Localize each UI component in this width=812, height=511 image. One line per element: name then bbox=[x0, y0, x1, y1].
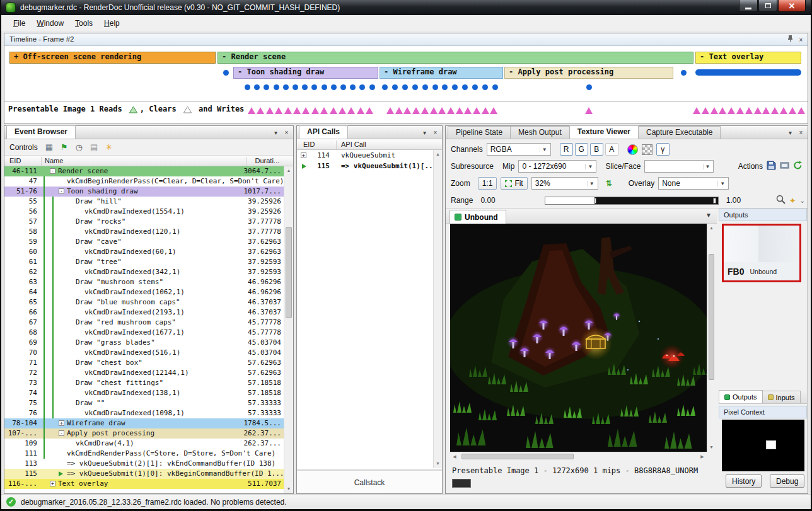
draw-call-dot[interactable] bbox=[412, 84, 418, 90]
write-marker[interactable] bbox=[693, 107, 700, 114]
channel-r-button[interactable]: R bbox=[560, 143, 573, 156]
api-calls-scrollbar[interactable]: ▲ ▼ bbox=[433, 150, 442, 468]
open-texture-list-icon[interactable] bbox=[780, 161, 789, 172]
write-marker[interactable] bbox=[347, 107, 355, 114]
slice-face-combo[interactable]: ▼ bbox=[644, 160, 714, 173]
draw-call-dot[interactable] bbox=[442, 84, 448, 90]
write-marker[interactable] bbox=[490, 107, 497, 114]
draw-call-dot[interactable] bbox=[283, 84, 289, 90]
draw-call-dot[interactable] bbox=[322, 84, 327, 90]
draw-call-dot[interactable] bbox=[482, 84, 488, 90]
draw-call-dot[interactable] bbox=[462, 84, 468, 90]
event-browser-scrollbar[interactable]: ▲ ▼ bbox=[284, 166, 293, 493]
range-handle-min[interactable] bbox=[594, 198, 596, 204]
draw-call-dot[interactable] bbox=[264, 84, 269, 90]
write-marker[interactable] bbox=[780, 107, 787, 114]
settings-icon[interactable]: ✳ bbox=[105, 142, 112, 152]
event-row[interactable]: 70vkCmdDrawIndexed(516,1)45.03704 bbox=[4, 348, 284, 358]
refresh-icon[interactable] bbox=[793, 161, 803, 172]
draw-call-dot[interactable] bbox=[432, 84, 438, 90]
pin-icon[interactable] bbox=[786, 35, 795, 45]
event-row[interactable]: 59Draw "cave"37.62963 bbox=[4, 237, 284, 247]
scrollbar-thumb[interactable] bbox=[461, 454, 574, 459]
draw-call-dot[interactable] bbox=[331, 84, 337, 90]
overlay-combo[interactable]: None ▼ bbox=[658, 177, 729, 190]
event-row[interactable]: 75Draw ""57.33333 bbox=[4, 398, 284, 408]
draw-call-dot[interactable] bbox=[681, 70, 687, 76]
scroll-up-icon[interactable]: ▲ bbox=[707, 224, 716, 233]
fb0-thumbnail[interactable]: FB0 Unbound bbox=[722, 224, 801, 282]
scroll-up-icon[interactable]: ▲ bbox=[434, 150, 442, 159]
timeline-block-wireframe[interactable]: - Wireframe draw bbox=[380, 67, 503, 79]
channel-a-button[interactable]: A bbox=[605, 143, 618, 156]
minimize-button[interactable] bbox=[739, 0, 758, 12]
texture-list-chevron-icon[interactable]: ▼ bbox=[705, 212, 712, 219]
channel-g-button[interactable]: G bbox=[575, 143, 588, 156]
timeline-block-post-processing[interactable]: - Apply post processing bbox=[504, 67, 673, 79]
draw-call-dot[interactable] bbox=[223, 70, 229, 76]
timeline-body[interactable]: + Off-screen scene rendering - Render sc… bbox=[4, 46, 808, 123]
event-row[interactable]: 76vkCmdDrawIndexed(1098,1)57.33333 bbox=[4, 408, 284, 418]
write-marker[interactable] bbox=[320, 107, 328, 114]
write-marker[interactable] bbox=[284, 107, 292, 114]
event-row[interactable]: 107-...-Apply post processing262.37... bbox=[4, 428, 284, 439]
close-button[interactable]: ✕ bbox=[778, 0, 806, 12]
write-marker[interactable] bbox=[745, 107, 753, 114]
event-row[interactable]: 63Draw "mushroom stems"46.96296 bbox=[4, 277, 284, 287]
draw-call-dot[interactable] bbox=[245, 84, 250, 90]
save-texture-icon[interactable] bbox=[767, 161, 776, 172]
draw-call-bar[interactable] bbox=[695, 69, 801, 76]
write-marker[interactable] bbox=[771, 107, 779, 114]
stats-icon[interactable]: ▤ bbox=[90, 142, 98, 152]
event-row[interactable]: 111vkCmdEndRenderPass(C=Store, D=Store, … bbox=[4, 449, 284, 459]
event-row[interactable]: 47vkCmdBeginRenderPass(C=Clear, D=Clear,… bbox=[4, 176, 284, 187]
jump-to-event-icon[interactable]: ⚑ bbox=[61, 142, 68, 152]
event-row[interactable]: 116-...+Text overlay511.7037 bbox=[4, 479, 284, 489]
panel-close-icon[interactable]: × bbox=[796, 35, 806, 45]
write-marker[interactable] bbox=[728, 107, 735, 114]
write-marker[interactable] bbox=[702, 107, 709, 114]
alpha-background-icon[interactable] bbox=[642, 144, 652, 155]
tab-mesh-output[interactable]: Mesh Output bbox=[510, 126, 570, 139]
event-row[interactable]: 51-76-Toon shading draw1017.7... bbox=[4, 187, 284, 197]
tab-texture-viewer[interactable]: Texture Viewer bbox=[569, 125, 639, 139]
autofit-wand-icon[interactable]: ✦ bbox=[789, 196, 796, 205]
write-marker[interactable] bbox=[403, 107, 411, 114]
write-marker[interactable] bbox=[421, 107, 429, 114]
draw-call-dot[interactable] bbox=[402, 84, 408, 90]
write-marker[interactable] bbox=[473, 107, 480, 114]
event-row[interactable]: 69Draw "grass blades"45.03704 bbox=[4, 338, 284, 348]
menu-help[interactable]: Help bbox=[98, 16, 125, 30]
event-row[interactable]: 74vkCmdDrawIndexed(138,1)57.18518 bbox=[4, 388, 284, 398]
texture-horizontal-scrollbar[interactable]: ◀ ▶ bbox=[450, 452, 707, 461]
write-marker[interactable] bbox=[357, 107, 364, 114]
scroll-down-icon[interactable]: ▼ bbox=[434, 459, 442, 468]
draw-call-dot[interactable] bbox=[382, 84, 388, 90]
menu-tools[interactable]: Tools bbox=[69, 16, 98, 30]
menu-window[interactable]: Window bbox=[31, 16, 69, 30]
api-call-row[interactable]: +114vkQueueSubmit bbox=[297, 150, 433, 161]
maximize-button[interactable] bbox=[758, 0, 777, 12]
write-marker[interactable] bbox=[754, 107, 762, 114]
timeline-block-render-scene[interactable]: - Render scene bbox=[218, 52, 693, 64]
scrollbar-thumb[interactable] bbox=[286, 227, 292, 318]
timeline-block-text-overlay[interactable]: - Text overlay bbox=[695, 52, 801, 64]
event-row[interactable]: 113=> vkQueueSubmit(2)[1]: vkEndCommandB… bbox=[4, 459, 284, 469]
draw-call-dot[interactable] bbox=[492, 84, 498, 90]
write-marker[interactable] bbox=[302, 107, 310, 114]
mip-combo[interactable]: 0 - 1272x690 ▼ bbox=[518, 160, 596, 173]
panel-menu-icon[interactable]: ▾ bbox=[271, 128, 281, 137]
draw-call-dot[interactable] bbox=[422, 84, 428, 90]
event-row[interactable]: 65Draw "blue mushroom caps"46.37037 bbox=[4, 297, 284, 307]
scroll-down-icon[interactable]: ▼ bbox=[284, 485, 293, 493]
tab-api-calls[interactable]: API Calls bbox=[299, 125, 348, 139]
panel-close-icon[interactable]: × bbox=[431, 128, 440, 137]
texture-viewport[interactable] bbox=[450, 224, 707, 452]
write-marker[interactable] bbox=[736, 107, 744, 114]
event-row[interactable]: 57Draw "rocks"37.77778 bbox=[4, 217, 284, 227]
write-marker[interactable] bbox=[330, 107, 337, 114]
time-events-icon[interactable]: ◷ bbox=[76, 142, 83, 152]
scroll-up-icon[interactable]: ▲ bbox=[284, 166, 293, 175]
write-marker[interactable] bbox=[719, 107, 726, 114]
event-row[interactable]: 71Draw "chest box"57.62963 bbox=[4, 358, 284, 368]
